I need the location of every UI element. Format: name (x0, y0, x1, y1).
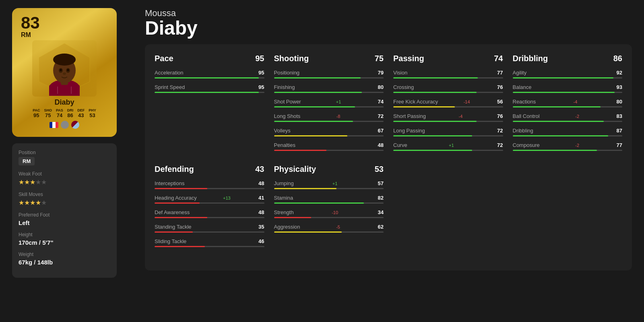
stat-sliding-tackle: Sliding Tackle 46 (155, 238, 264, 247)
league-badge (61, 121, 69, 129)
skill-moves-label: Skill Moves (19, 192, 110, 197)
stat-short-passing: Short Passing -4 76 (393, 113, 503, 122)
svg-point-16 (53, 54, 76, 66)
svg-point-15 (63, 72, 66, 75)
stat-shot-power: Shot Power +1 74 (274, 99, 384, 107)
position-row: Position RM (19, 150, 110, 165)
card-rating: 83 (21, 14, 40, 31)
passing-value: 74 (494, 54, 503, 63)
weak-foot-row: Weak Foot ★★★★★ (19, 171, 110, 186)
skill-moves-row: Skill Moves ★★★★★ (19, 192, 110, 206)
player-card: 83 RM (12, 8, 117, 137)
card-stat-def: DEF 43 (77, 108, 85, 118)
skill-moves-stars: ★★★★★ (19, 199, 110, 206)
shooting-category: Shooting 75 Positioning 79 Finishing 80 (274, 54, 384, 165)
stats-grid: Pace 95 Acceleration 95 Sprint Speed 95 (145, 44, 632, 270)
card-header: 83 RM (19, 14, 110, 39)
physicality-category: Physicality 53 Jumping +1 57 Stamina 82 (274, 165, 384, 261)
player-last-name: Diaby (145, 19, 632, 38)
position-label: Position (19, 150, 110, 155)
stat-strength: Strength -10 34 (274, 209, 384, 218)
stat-reactions: Reactions -4 80 (513, 99, 623, 107)
pace-header: Pace 95 (155, 54, 264, 63)
card-stat-pac: PAC 95 (33, 108, 40, 118)
stat-free-kick-accuracy: Free Kick Accuracy -14 56 (393, 99, 503, 107)
physicality-header: Physicality 53 (274, 165, 384, 174)
stat-acceleration: Acceleration 95 (155, 70, 264, 78)
bottom-right-empty (393, 165, 622, 261)
stat-finishing: Finishing 80 (274, 84, 384, 93)
stat-balance: Balance 93 (513, 84, 623, 93)
preferred-foot-label: Preferred Foot (19, 212, 110, 218)
stat-stamina: Stamina 82 (274, 195, 384, 204)
stat-sprint-speed: Sprint Speed 95 (155, 84, 264, 93)
defending-header: Defending 43 (155, 165, 264, 174)
weak-foot-stars: ★★★★★ (19, 178, 110, 186)
stat-crossing: Crossing 76 (393, 84, 503, 93)
france-flag (50, 122, 58, 128)
dribbling-name: Dribbling (513, 54, 548, 63)
stat-agility: Agility 92 (513, 70, 623, 78)
card-flags (50, 121, 79, 129)
dribbling-header: Dribbling 86 (513, 54, 623, 63)
weight-row: Weight 67kg / 148lb (19, 252, 110, 266)
passing-header: Passing 74 (393, 54, 503, 63)
position-badge: RM (19, 157, 35, 165)
player-name-header: Moussa Diaby (145, 8, 632, 38)
weak-foot-label: Weak Foot (19, 171, 110, 177)
shooting-name: Shooting (274, 54, 309, 63)
stat-positioning: Positioning 79 (274, 70, 384, 78)
stat-vision: Vision 77 (393, 70, 503, 78)
preferred-foot-value: Left (19, 219, 110, 226)
stat-heading-accuracy: Heading Accuracy +13 41 (155, 195, 264, 204)
card-stat-pas: PAS 74 (56, 108, 63, 118)
passing-name: Passing (393, 54, 424, 63)
stat-aggression: Aggression -5 62 (274, 224, 384, 233)
height-label: Height (19, 232, 110, 237)
pace-value: 95 (255, 54, 264, 63)
stat-standing-tackle: Standing Tackle 35 (155, 224, 264, 233)
player-first-name: Moussa (145, 8, 632, 19)
stat-composure: Composure -2 77 (513, 142, 623, 151)
passing-category: Passing 74 Vision 77 Crossing 76 Free (393, 54, 503, 165)
svg-rect-8 (49, 85, 80, 96)
height-value: 170cm / 5'7" (19, 239, 110, 246)
stat-penalties: Penalties 48 (274, 142, 384, 151)
stat-long-passing: Long Passing 72 (393, 128, 503, 136)
stat-curve: Curve +1 72 (393, 142, 503, 151)
stat-long-shots: Long Shots -8 72 (274, 113, 384, 122)
weight-value: 67kg / 148lb (19, 259, 110, 266)
preferred-foot-row: Preferred Foot Left (19, 212, 110, 226)
main-content: Moussa Diaby Pace 95 Acceleration 95 Spr… (133, 8, 632, 270)
card-photo (32, 40, 97, 97)
info-panel: Position RM Weak Foot ★★★★★ Skill Moves … (12, 143, 117, 278)
height-row: Height 170cm / 5'7" (19, 232, 110, 246)
svg-point-14 (67, 69, 69, 71)
defending-value: 43 (255, 165, 264, 174)
defending-name: Defending (155, 165, 194, 174)
stat-volleys: Volleys 67 (274, 128, 384, 136)
dribbling-value: 86 (613, 54, 622, 63)
card-position: RM (21, 31, 31, 39)
pace-name: Pace (155, 54, 173, 63)
card-stat-phy: PHY 53 (89, 108, 96, 118)
defending-category: Defending 43 Interceptions 48 Heading Ac… (155, 165, 264, 261)
card-player-name: Diaby (54, 98, 74, 107)
card-stat-sho: SHO 75 (44, 108, 52, 118)
weight-label: Weight (19, 252, 110, 257)
card-stat-dri: DRI 86 (67, 108, 74, 118)
club-badge (71, 121, 79, 129)
left-panel: 83 RM (12, 8, 133, 278)
stat-def-awareness: Def Awareness 48 (155, 209, 264, 218)
player-silhouette (33, 41, 96, 96)
card-stats-row: PAC 95 SHO 75 PAS 74 DRI 86 DEF 43 PHY 5… (33, 108, 96, 118)
shooting-header: Shooting 75 (274, 54, 384, 63)
dribbling-category: Dribbling 86 Agility 92 Balance 93 Re (513, 54, 623, 165)
physicality-value: 53 (375, 165, 384, 174)
stat-dribbling-sub: Dribbling 87 (513, 128, 623, 136)
stat-jumping: Jumping +1 57 (274, 180, 384, 189)
stat-interceptions: Interceptions 48 (155, 180, 264, 189)
physicality-name: Physicality (274, 165, 316, 174)
pace-category: Pace 95 Acceleration 95 Sprint Speed 95 (155, 54, 264, 165)
svg-point-13 (60, 69, 62, 71)
